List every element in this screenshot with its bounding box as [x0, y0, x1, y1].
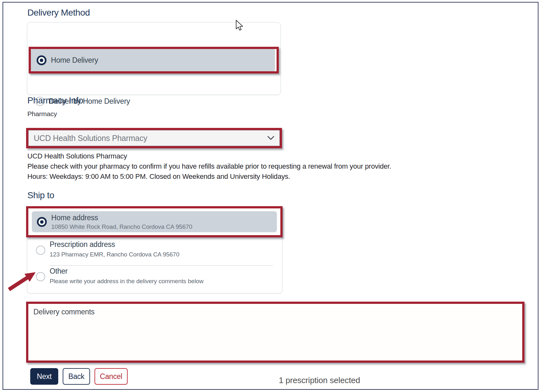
back-button[interactable]: Back: [63, 368, 90, 385]
ship-option-home-address: 10850 White Rock Road, Rancho Cordova CA…: [51, 223, 192, 230]
ship-option-home[interactable]: Home address 10850 White Rock Road, Ranc…: [32, 211, 277, 232]
radio-unselected-icon[interactable]: [36, 272, 45, 281]
home-delivery-highlight-box: Home Delivery: [29, 47, 279, 74]
ship-option-other-hint: Please write your address in the deliver…: [50, 278, 203, 285]
ship-option-prescription-label: Prescription address: [50, 240, 179, 249]
pharmacy-details-hours: Hours: Weekdays: 9:00 AM to 5:00 PM. Clo…: [27, 172, 290, 181]
cancel-button[interactable]: Cancel: [95, 368, 128, 385]
pharmacy-info-heading: Pharmacy Info: [27, 95, 83, 106]
delivery-comments-highlight-box: [26, 302, 524, 363]
radio-selected-icon[interactable]: [37, 55, 46, 65]
delivery-comments-input[interactable]: [28, 304, 522, 360]
pharmacy-details-refills: Please check with your pharmacy to confi…: [27, 162, 391, 171]
radio-selected-icon[interactable]: [37, 217, 47, 227]
ship-option-home-label: Home address: [51, 214, 192, 222]
delivery-option-home-delivery[interactable]: Home Delivery: [31, 49, 275, 71]
delivery-option-home-delivery-label: Home Delivery: [51, 56, 98, 65]
ship-option-other[interactable]: Other Please write your address in the d…: [50, 267, 203, 285]
home-address-highlight-box: Home address 10850 White Rock Road, Ranc…: [26, 206, 283, 237]
pharmacy-field-label: Pharmacy: [27, 110, 57, 118]
prescription-delivery-page: Delivery Method Pick up at a pharmacy De…: [0, 0, 541, 392]
left-margin-strip: [3, 3, 20, 389]
ship-to-heading: Ship to: [27, 190, 54, 200]
ship-option-prescription[interactable]: Prescription address 123 Pharmacy EMR, R…: [50, 240, 179, 258]
ship-option-prescription-address: 123 Pharmacy EMR, Rancho Cordova CA 9567…: [50, 251, 179, 258]
option-divider: [50, 265, 273, 266]
radio-unselected-icon[interactable]: [36, 246, 45, 255]
ship-option-other-label: Other: [50, 267, 203, 276]
pharmacy-select-highlight-box: UCD Health Solutions Pharmacy: [26, 128, 282, 148]
pharmacy-select-value: UCD Health Solutions Pharmacy: [34, 134, 147, 143]
next-button[interactable]: Next: [30, 368, 58, 385]
prescription-selected-status: 1 prescription selected: [279, 375, 360, 385]
pharmacy-select[interactable]: UCD Health Solutions Pharmacy: [28, 130, 280, 146]
delivery-method-heading: Delivery Method: [27, 8, 90, 18]
chevron-down-icon: [267, 136, 274, 140]
pharmacy-details-name: UCD Health Solutions Pharmacy: [27, 152, 127, 160]
